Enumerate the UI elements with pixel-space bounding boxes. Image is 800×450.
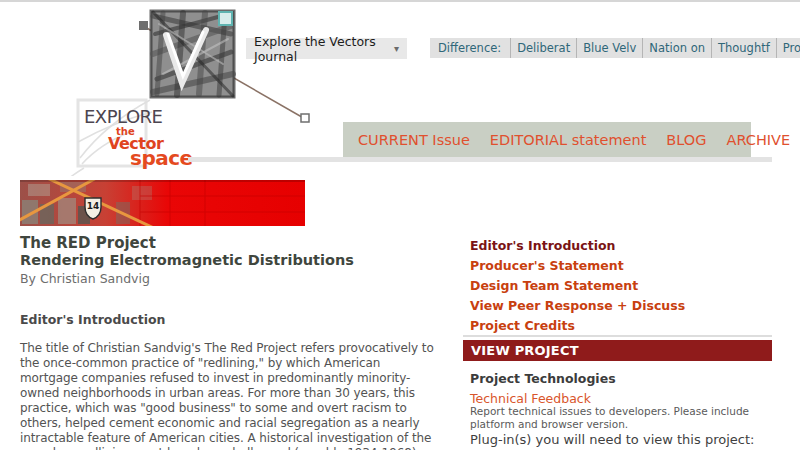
nav-blog[interactable]: BLOG	[666, 132, 706, 148]
teal-corner-square	[219, 12, 232, 25]
route-14-shield: 14	[85, 198, 101, 219]
sidebar-link-project-credits[interactable]: Project Credits	[470, 318, 575, 333]
technical-feedback-note: Report technical issues to developers. P…	[470, 405, 760, 431]
strip-item-project-2[interactable]: Blue Velv	[577, 38, 643, 58]
section-heading: Editor's Introduction	[20, 312, 436, 327]
vectors-logo[interactable]: EXPLORE the Vector space	[70, 98, 240, 176]
main-nav: CURRENT Issue EDITORIAL statement BLOG A…	[343, 122, 751, 158]
chevron-down-icon: ▾	[394, 44, 399, 54]
strip-item-difference[interactable]: Difference:	[430, 38, 511, 58]
view-project-button[interactable]: VIEW PROJECT	[463, 340, 772, 361]
logo-word-space: space	[130, 146, 193, 170]
svg-text:14: 14	[87, 201, 100, 211]
project-banner-image: 14	[20, 180, 305, 226]
nav-underline	[188, 157, 772, 162]
article-subtitle: Rendering Electromagnetic Distributions	[20, 252, 436, 269]
nav-current-issue[interactable]: CURRENT Issue	[358, 132, 470, 148]
strip-item-project-4[interactable]: Thoughtf	[712, 38, 777, 58]
journal-dropdown-label: Explore the Vectors Journal	[254, 34, 394, 64]
nav-archive[interactable]: ARCHIVE	[727, 132, 791, 148]
issue-projects-strip: Difference: Deliberat Blue Velv Nation o…	[430, 38, 800, 58]
article-byline: By Christian Sandvig	[20, 271, 436, 286]
page: Explore the Vectors Journal ▾ Difference…	[0, 0, 800, 450]
view-project-label: VIEW PROJECT	[471, 343, 579, 358]
top-border-line	[0, 0, 800, 2]
project-technologies-heading: Project Technologies	[470, 371, 616, 386]
article-title: The RED Project	[20, 234, 436, 252]
technical-feedback-link[interactable]: Technical Feedback	[470, 391, 591, 406]
article-body: The title of Christian Sandvig's The Red…	[20, 341, 436, 450]
nav-editorial-statement[interactable]: EDITORIAL statement	[490, 132, 646, 148]
sidebar-divider	[463, 335, 772, 337]
plugins-label: Plug-in(s) you will need to view this pr…	[470, 432, 754, 447]
sidebar-link-producers-statement[interactable]: Producer's Statement	[470, 258, 624, 273]
strip-item-project-3[interactable]: Nation on	[643, 38, 712, 58]
strip-item-project-1[interactable]: Deliberat	[511, 38, 577, 58]
sidebar-link-design-team-statement[interactable]: Design Team Statement	[470, 278, 638, 293]
sidebar-link-editors-introduction[interactable]: Editor's Introduction	[470, 238, 615, 253]
strip-item-project-5[interactable]: Programi	[777, 38, 800, 58]
sidebar-link-peer-response[interactable]: View Peer Response + Discuss	[470, 298, 685, 313]
connector-start-square	[139, 21, 148, 30]
connector-end-square	[301, 114, 309, 122]
journal-dropdown[interactable]: Explore the Vectors Journal ▾	[246, 38, 407, 59]
article: The RED Project Rendering Electromagneti…	[20, 234, 436, 450]
logo-word-explore: EXPLORE	[84, 106, 163, 127]
